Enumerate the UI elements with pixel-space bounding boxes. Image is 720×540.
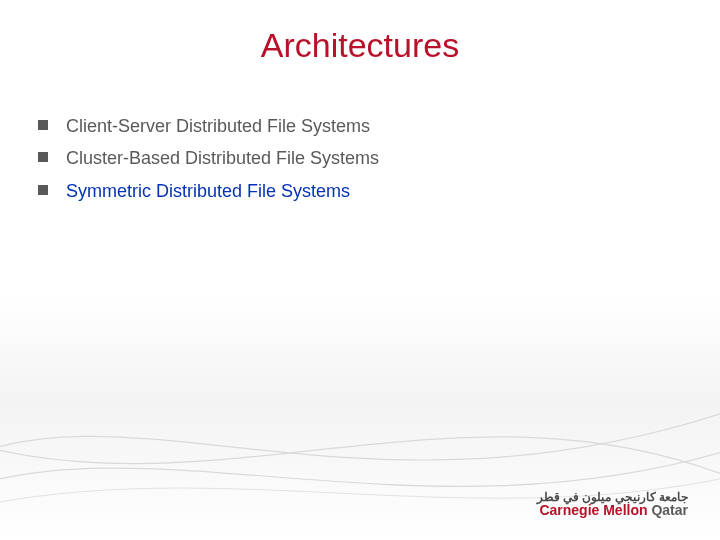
logo-english: Carnegie Mellon Qatar bbox=[537, 503, 688, 518]
bullet-text: Client-Server Distributed File Systems bbox=[66, 114, 370, 138]
slide: Architectures Client-Server Distributed … bbox=[0, 0, 720, 540]
bullet-list: Client-Server Distributed File Systems C… bbox=[38, 114, 682, 211]
square-bullet-icon bbox=[38, 120, 48, 130]
square-bullet-icon bbox=[38, 185, 48, 195]
slide-title: Architectures bbox=[0, 26, 720, 65]
logo: جامعة كارنيجي ميلون في قطر Carnegie Mell… bbox=[537, 491, 688, 518]
list-item: Symmetric Distributed File Systems bbox=[38, 179, 682, 203]
list-item: Cluster-Based Distributed File Systems bbox=[38, 146, 682, 170]
logo-english-cm: Carnegie Mellon bbox=[539, 502, 647, 518]
square-bullet-icon bbox=[38, 152, 48, 162]
list-item: Client-Server Distributed File Systems bbox=[38, 114, 682, 138]
bullet-text: Cluster-Based Distributed File Systems bbox=[66, 146, 379, 170]
logo-english-q: Qatar bbox=[648, 502, 688, 518]
bullet-text: Symmetric Distributed File Systems bbox=[66, 179, 350, 203]
